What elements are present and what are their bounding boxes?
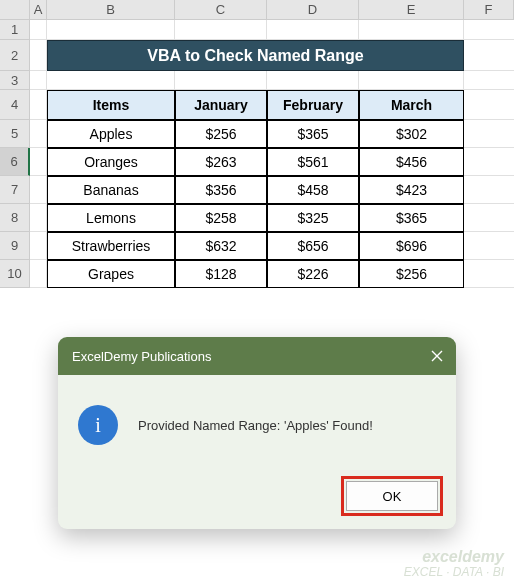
col-header-f[interactable]: F (464, 0, 514, 19)
watermark-line2: EXCEL · DATA · BI (404, 566, 504, 579)
cell[interactable] (30, 176, 47, 204)
select-all-corner[interactable] (0, 0, 30, 19)
row-header-2[interactable]: 2 (0, 40, 30, 71)
cell[interactable] (464, 260, 514, 288)
cell-feb[interactable]: $656 (267, 232, 359, 260)
cell-item[interactable]: Lemons (47, 204, 175, 232)
cell-jan[interactable]: $258 (175, 204, 267, 232)
row-3: 3 (0, 71, 514, 90)
title-band[interactable]: VBA to Check Named Range (47, 40, 464, 71)
cell[interactable] (464, 40, 514, 71)
dialog-footer: OK (58, 471, 456, 529)
cell[interactable] (30, 120, 47, 148)
col-header-c[interactable]: C (175, 0, 267, 19)
cell-feb[interactable]: $365 (267, 120, 359, 148)
header-jan[interactable]: January (175, 90, 267, 120)
close-icon (431, 350, 443, 362)
cell[interactable] (30, 204, 47, 232)
cell-jan[interactable]: $632 (175, 232, 267, 260)
column-headers: A B C D E F (0, 0, 514, 20)
cell-mar[interactable]: $256 (359, 260, 464, 288)
cell[interactable] (47, 20, 175, 40)
cell[interactable] (267, 71, 359, 90)
cell-item[interactable]: Oranges (47, 148, 175, 176)
cell[interactable] (464, 148, 514, 176)
cell-feb[interactable]: $458 (267, 176, 359, 204)
cell[interactable] (464, 204, 514, 232)
cell[interactable] (47, 71, 175, 90)
row-header-8[interactable]: 8 (0, 204, 30, 232)
row-header-6[interactable]: 6 (0, 148, 30, 176)
cell-mar[interactable]: $365 (359, 204, 464, 232)
cell-item[interactable]: Apples (47, 120, 175, 148)
cell-item[interactable]: Grapes (47, 260, 175, 288)
cell-mar[interactable]: $696 (359, 232, 464, 260)
cell[interactable] (464, 232, 514, 260)
ok-button[interactable]: OK (346, 481, 438, 511)
col-header-d[interactable]: D (267, 0, 359, 19)
table-row: 8Lemons$258$325$365 (0, 204, 514, 232)
header-items[interactable]: Items (47, 90, 175, 120)
cell[interactable] (359, 71, 464, 90)
cell[interactable] (464, 71, 514, 90)
col-header-a[interactable]: A (30, 0, 47, 19)
watermark: exceldemy EXCEL · DATA · BI (404, 548, 504, 579)
cell-item[interactable]: Bananas (47, 176, 175, 204)
row-header-4[interactable]: 4 (0, 90, 30, 120)
cell-jan[interactable]: $128 (175, 260, 267, 288)
header-feb[interactable]: February (267, 90, 359, 120)
cell[interactable] (464, 20, 514, 40)
cell-mar[interactable]: $423 (359, 176, 464, 204)
table-row: 7Bananas$356$458$423 (0, 176, 514, 204)
watermark-line1: exceldemy (404, 548, 504, 566)
cell[interactable] (464, 120, 514, 148)
row-header-10[interactable]: 10 (0, 260, 30, 288)
cell[interactable] (30, 71, 47, 90)
cell[interactable] (267, 20, 359, 40)
cell[interactable] (30, 232, 47, 260)
cell[interactable] (464, 176, 514, 204)
cell[interactable] (30, 148, 47, 176)
col-header-b[interactable]: B (47, 0, 175, 19)
cell[interactable] (30, 90, 47, 120)
table-row: 6Oranges$263$561$456 (0, 148, 514, 176)
message-box: ExcelDemy Publications i Provided Named … (58, 337, 456, 529)
cell[interactable] (30, 40, 47, 71)
cell-feb[interactable]: $561 (267, 148, 359, 176)
row-header-9[interactable]: 9 (0, 232, 30, 260)
header-mar[interactable]: March (359, 90, 464, 120)
cell-mar[interactable]: $456 (359, 148, 464, 176)
cell[interactable] (175, 20, 267, 40)
row-header-5[interactable]: 5 (0, 120, 30, 148)
table-row: 9Strawberries$632$656$696 (0, 232, 514, 260)
table-row: 10Grapes$128$226$256 (0, 260, 514, 288)
dialog-titlebar[interactable]: ExcelDemy Publications (58, 337, 456, 375)
row-4: 4 Items January February March (0, 90, 514, 120)
row-1: 1 (0, 20, 514, 40)
row-header-7[interactable]: 7 (0, 176, 30, 204)
cell[interactable] (175, 71, 267, 90)
info-icon: i (78, 405, 118, 445)
cell[interactable] (464, 90, 514, 120)
col-header-e[interactable]: E (359, 0, 464, 19)
spreadsheet: A B C D E F 1 2 VBA to Check Named Range… (0, 0, 514, 288)
cell[interactable] (359, 20, 464, 40)
cell-mar[interactable]: $302 (359, 120, 464, 148)
cell-jan[interactable]: $356 (175, 176, 267, 204)
cell-jan[interactable]: $256 (175, 120, 267, 148)
cell[interactable] (30, 20, 47, 40)
cell-feb[interactable]: $325 (267, 204, 359, 232)
cell-feb[interactable]: $226 (267, 260, 359, 288)
close-button[interactable] (418, 337, 456, 375)
table-row: 5Apples$256$365$302 (0, 120, 514, 148)
dialog-message: Provided Named Range: 'Apples' Found! (138, 418, 373, 433)
dialog-title-text: ExcelDemy Publications (72, 349, 211, 364)
cell-jan[interactable]: $263 (175, 148, 267, 176)
cell[interactable] (30, 260, 47, 288)
cell-item[interactable]: Strawberries (47, 232, 175, 260)
row-header-3[interactable]: 3 (0, 71, 30, 90)
row-2: 2 VBA to Check Named Range (0, 40, 514, 71)
dialog-body: i Provided Named Range: 'Apples' Found! (58, 375, 456, 471)
row-header-1[interactable]: 1 (0, 20, 30, 40)
